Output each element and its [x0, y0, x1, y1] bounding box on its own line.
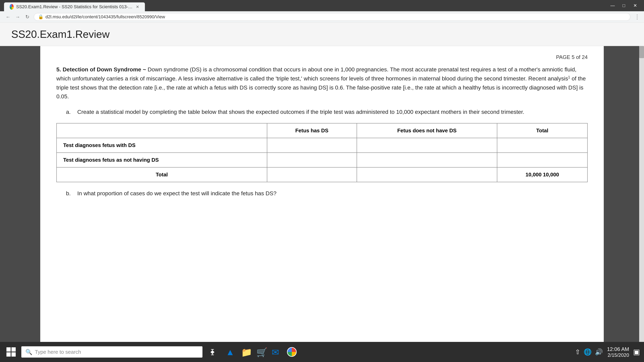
cell-diagnosed-with-no-ds: [357, 138, 497, 153]
page-header: SS20.Exam1.Review: [0, 22, 644, 46]
store-icon: 🛒: [256, 347, 266, 357]
search-placeholder: Type here to search: [35, 349, 81, 355]
taskbar-right: ⇧ 🌐 🔊 12:06 AM 2/15/2020 ▣: [575, 346, 640, 358]
footnote-1: 1: [568, 75, 570, 79]
windows-icon: [6, 347, 16, 357]
system-clock[interactable]: 12:06 AM 2/15/2020: [607, 346, 629, 358]
question-number: 5.: [56, 66, 61, 73]
row-label-1: Test diagnoses fetus with DS: [56, 138, 267, 153]
cell-diagnosed-with-total: [497, 138, 588, 153]
left-sidebar: [0, 46, 40, 343]
table-header-has-ds: Fetus has DS: [267, 123, 357, 138]
menu-button[interactable]: ⋮: [634, 13, 640, 20]
minimize-button[interactable]: —: [608, 2, 617, 9]
page-number: PAGE 5 of 24: [56, 54, 588, 60]
question-title: Detection of Down Syndrome ~: [62, 66, 146, 73]
scrollbar[interactable]: [639, 46, 644, 343]
main-content: PAGE 5 of 24 5. Detection of Down Syndro…: [40, 46, 604, 343]
cell-diagnosed-with-has-ds: [267, 138, 357, 153]
cell-not-diagnosed-has-ds: [267, 153, 357, 167]
browser-tab[interactable]: SS20.Exam1.Review - SS20 Statistics for …: [4, 2, 145, 11]
cell-total-no-ds: [357, 167, 497, 182]
store-button[interactable]: 🛒: [256, 346, 267, 358]
back-button[interactable]: ←: [4, 13, 12, 21]
scrollbar-thumb[interactable]: [639, 46, 644, 58]
tab-area: SS20.Exam1.Review - SS20 Statistics for …: [4, 0, 145, 11]
row-label-2: Test diagnoses fetus as not having DS: [56, 153, 267, 167]
cell-not-diagnosed-total: [497, 153, 588, 167]
network-icon[interactable]: 🌐: [584, 348, 592, 356]
question-text: 5. Detection of Down Syndrome ~ Down syn…: [56, 65, 588, 101]
system-icons: ⇧ 🌐 🔊: [575, 348, 603, 356]
task-view-button[interactable]: ⧱: [210, 346, 221, 358]
start-button[interactable]: [4, 345, 18, 359]
sub-question-a: a. Create a statistical model by complet…: [56, 108, 588, 117]
address-input[interactable]: 🔒 d2l.msu.edu/d2l/le/content/1043435/ful…: [34, 13, 630, 21]
sub-b-text: In what proportion of cases do we expect…: [77, 190, 276, 197]
mail-button[interactable]: ✉: [271, 346, 282, 358]
clock-date: 2/15/2020: [607, 352, 629, 358]
up-arrow-icon[interactable]: ⇧: [575, 348, 580, 356]
title-bar: SS20.Exam1.Review - SS20 Statistics for …: [0, 0, 644, 11]
window-controls: — □ ✕: [608, 2, 639, 9]
chrome-taskbar-button[interactable]: [286, 346, 298, 358]
url-text: d2l.msu.edu/d2l/le/content/1043435/fulls…: [46, 14, 165, 19]
mail-icon: ✉: [272, 347, 281, 357]
maximize-button[interactable]: □: [620, 2, 628, 9]
cell-not-diagnosed-no-ds: [357, 153, 497, 167]
edge-button[interactable]: ▲: [225, 346, 236, 358]
lock-icon: 🔒: [38, 14, 44, 19]
edge-icon: ▲: [226, 347, 236, 357]
cell-grand-total: 10,000 10,000: [497, 167, 588, 182]
right-sidebar: [604, 46, 644, 343]
row-label-total: Total: [56, 167, 267, 182]
reload-button[interactable]: ↻: [23, 13, 32, 21]
table-row-diagnosed-without-ds: Test diagnoses fetus as not having DS: [56, 153, 588, 167]
volume-icon[interactable]: 🔊: [595, 348, 603, 356]
ds-table: Fetus has DS Fetus does not have DS Tota…: [56, 123, 588, 182]
forward-button[interactable]: →: [14, 13, 22, 21]
clock-time: 12:06 AM: [607, 346, 629, 352]
address-bar: ← → ↻ 🔒 d2l.msu.edu/d2l/le/content/10434…: [0, 11, 644, 22]
sub-a-text: Create a statistical model by completing…: [77, 108, 524, 117]
svg-rect-3: [12, 352, 16, 357]
folder-icon: 📁: [241, 347, 251, 357]
notification-button[interactable]: ▣: [633, 348, 640, 356]
taskbar-icons: ⧱ ▲ 📁 🛒 ✉: [210, 346, 298, 358]
taskbar: 🔍 Type here to search ⧱ ▲ 📁 🛒 ✉: [0, 342, 644, 362]
sub-b-label: b.: [66, 190, 74, 197]
close-button[interactable]: ✕: [631, 2, 639, 9]
tab-close-button[interactable]: ✕: [136, 4, 139, 9]
svg-rect-1: [12, 347, 16, 352]
search-bar[interactable]: 🔍 Type here to search: [21, 346, 202, 358]
content-wrapper: PAGE 5 of 24 5. Detection of Down Syndro…: [0, 46, 644, 343]
sub-a-label: a.: [66, 108, 74, 117]
page-title: SS20.Exam1.Review: [11, 28, 633, 40]
tab-title: SS20.Exam1.Review - SS20 Statistics for …: [16, 4, 134, 9]
sub-question-b: b. In what proportion of cases do we exp…: [56, 190, 588, 197]
svg-rect-2: [6, 352, 11, 357]
table-header-empty: [56, 123, 267, 138]
table-header-no-ds: Fetus does not have DS: [357, 123, 497, 138]
table-header-total: Total: [497, 123, 588, 138]
svg-rect-0: [6, 347, 11, 352]
nav-buttons: ← → ↻: [4, 13, 32, 21]
table-row-diagnosed-with-ds: Test diagnoses fetus with DS: [56, 138, 588, 153]
cell-total-has-ds: [267, 167, 357, 182]
table-row-total: Total 10,000 10,000: [56, 167, 588, 182]
ds-table-wrapper: Fetus has DS Fetus does not have DS Tota…: [56, 123, 588, 182]
task-view-icon: ⧱: [210, 347, 220, 357]
tab-favicon: [10, 4, 14, 10]
search-icon: 🔍: [25, 349, 32, 355]
file-explorer-button[interactable]: 📁: [240, 346, 252, 358]
chrome-taskbar-icon: [287, 347, 297, 357]
